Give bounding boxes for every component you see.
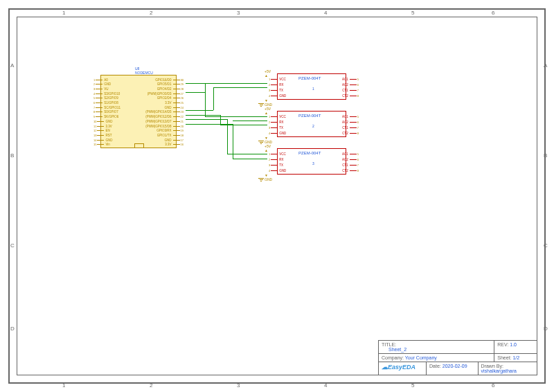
pzem-2-pin-4: 4GND <box>268 131 287 136</box>
pzem-2-pin-5: AC15 <box>341 114 359 119</box>
mcu-pin-1: 1A0 <box>93 78 108 82</box>
pzem-module-3: +5V▲PZEM-004T31VCC2RX3TX4GNDAC15AC26CT17… <box>277 148 346 175</box>
pwr-gnd-3: ▼GND <box>265 173 272 181</box>
pzem-2-pin-8: CT28 <box>341 131 359 136</box>
mcu-pin-16: 3.3V16 <box>165 143 184 147</box>
mcu-body: 1A02GND3VU4S3/GPIO105S2/GPIO96S1/GPIO87S… <box>100 75 177 148</box>
pzem-title-1: PZEM-004T <box>298 76 321 80</box>
pzem-3-pin-7: CT17 <box>341 163 359 168</box>
pzem-id-1: 1 <box>312 87 314 91</box>
mcu-pin-13: 13RST <box>93 133 111 137</box>
mcu-pin-3: 3VU <box>93 87 109 91</box>
sheet-inner-border <box>17 17 537 375</box>
mcu-pin-17: GND17 <box>165 138 184 142</box>
mcu-pin-9: 9SK/GPIO6 <box>93 115 118 119</box>
mcu-pin-12: 12EN <box>93 129 110 133</box>
pzem-1-pin-7: CT17 <box>341 88 359 93</box>
mcu-pin-7: 7SC/GPIO11 <box>93 105 120 109</box>
pzem-2-pin-3: 3TX <box>268 125 285 130</box>
pzem-module-2: +5V▲PZEM-004T21VCC2RX3TX4GNDAC15AC26CT17… <box>277 111 346 137</box>
mcu-pin-5: 5S2/GPIO9 <box>93 96 118 100</box>
nodemcu-component: U8NODEMCU 1A02GND3VU4S3/GPIO105S2/GPIO96… <box>100 75 177 148</box>
mcu-pin-6: 6S1/GPIO8 <box>93 101 118 105</box>
mcu-pin-18: GPIO1/TX18 <box>157 133 184 137</box>
pzem-id-2: 2 <box>312 124 314 128</box>
pzem-body-1: PZEM-004T11VCC2RX3TX4GNDAC15AC26CT17CT28 <box>277 73 346 100</box>
pzem-1-pin-2: 2RX <box>268 82 285 87</box>
pzem-module-1: +5V▲PZEM-004T11VCC2RX3TX4GNDAC15AC26CT17… <box>277 73 346 100</box>
mcu-notch <box>134 143 144 148</box>
gnd-symbol-3 <box>258 177 265 182</box>
pzem-title-2: PZEM-004T <box>298 114 321 118</box>
mcu-pin-4: 4S3/GPIO10 <box>93 91 120 96</box>
pzem-1-pin-5: AC15 <box>341 77 359 82</box>
pzem-1-pin-1: 1VCC <box>268 77 287 82</box>
pzem-body-3: PZEM-004T31VCC2RX3TX4GNDAC15AC26CT17CT28 <box>277 148 346 175</box>
mcu-pin-29: GPIO5/D129 <box>157 82 184 87</box>
gnd-symbol-2 <box>258 140 265 145</box>
mcu-pin-19: GPIO3/RX19 <box>157 129 184 133</box>
title-block: TITLE:Sheet_2 REV: 1.0 Company: Your Com… <box>378 340 537 375</box>
pzem-2-pin-7: CT17 <box>341 125 359 130</box>
pzem-body-2: PZEM-004T21VCC2RX3TX4GNDAC15AC26CT17CT28 <box>277 111 346 137</box>
mcu-pin-8: 8S0/GPIO7 <box>93 110 118 114</box>
mcu-pin-2: 2GND <box>93 82 111 87</box>
pzem-id-3: 3 <box>312 161 314 166</box>
easyeda-logo: ☁EasyEDA <box>382 364 416 371</box>
pzem-2-pin-1: 1VCC <box>268 114 287 119</box>
mcu-pin-23: (PWM)GPIO14/D523 <box>145 110 184 114</box>
pzem-3-pin-1: 1VCC <box>268 152 287 157</box>
mcu-pin-10: 10GND <box>93 119 112 123</box>
gnd-symbol-1 <box>258 103 265 107</box>
mcu-pin-11: 113.3V <box>93 124 112 128</box>
mcu-pin-21: (PWM)GPIO13/D721 <box>145 119 184 123</box>
mcu-pin-24: GND24 <box>165 105 184 109</box>
pzem-3-pin-6: AC26 <box>341 157 359 162</box>
pzem-3-pin-4: 4GND <box>268 168 287 173</box>
mcu-pin-15: 15Vin <box>93 143 110 147</box>
pzem-3-pin-8: CT28 <box>341 168 359 173</box>
pzem-title-3: PZEM-004T <box>298 151 321 155</box>
mcu-pin-25: 3.3V25 <box>165 101 184 105</box>
pzem-2-pin-6: AC26 <box>341 120 359 125</box>
mcu-pin-14: 14GND <box>93 138 112 142</box>
pwr-gnd-2: ▼GND <box>265 136 272 144</box>
pzem-1-pin-8: CT28 <box>341 93 359 98</box>
mcu-pin-22: (PWM)GPIO12/D622 <box>145 115 184 119</box>
mcu-pin-20: (PWM)GPIO15/D820 <box>145 124 184 128</box>
pzem-3-pin-5: AC15 <box>341 152 359 157</box>
pzem-1-pin-6: AC26 <box>341 82 359 87</box>
mcu-pin-28: GPIO4/D228 <box>157 87 184 91</box>
pzem-2-pin-2: 2RX <box>268 120 285 125</box>
mcu-reference: U8NODEMCU <box>135 66 153 75</box>
pzem-1-pin-4: 4GND <box>268 93 287 98</box>
pzem-1-pin-3: 3TX <box>268 88 285 93</box>
mcu-pin-30: GPIO16/D030 <box>155 78 184 82</box>
pzem-3-pin-2: 2RX <box>268 157 285 162</box>
pwr-gnd-1: ▼GND <box>265 98 272 107</box>
mcu-pin-26: GPIO2/D426 <box>157 96 184 100</box>
pzem-3-pin-3: 3TX <box>268 163 285 168</box>
mcu-pin-27: (PWM)GPIO0/D327 <box>148 91 184 96</box>
